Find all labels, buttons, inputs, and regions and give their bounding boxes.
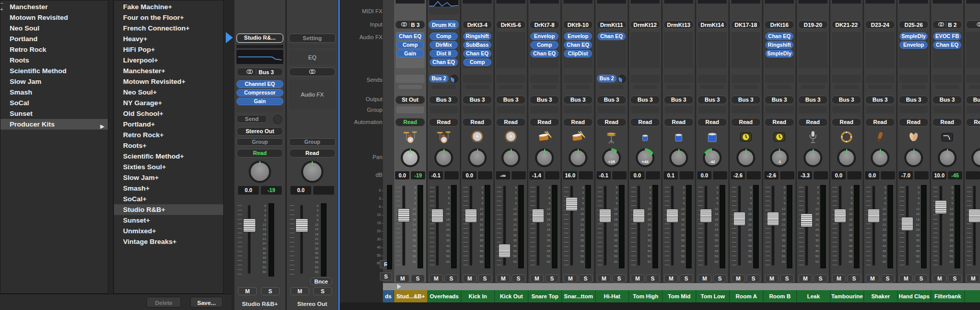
track-name-filterbank[interactable]: Filterbank [931, 290, 965, 302]
channel-strip-hand-claps[interactable]: D25-26SmpleDlyEnvelopBus 3Read-7.0036912… [898, 0, 930, 283]
audio-fx-area[interactable]: Chan EQ [597, 32, 626, 68]
send-slot-empty-2[interactable] [600, 85, 623, 89]
mute-button[interactable]: M [731, 274, 745, 283]
peak-value[interactable] [579, 171, 593, 179]
fader-track[interactable] [537, 186, 539, 265]
track-name-tom-high[interactable]: Tom High [629, 290, 663, 302]
fader-track[interactable] [738, 186, 740, 265]
volume-value[interactable]: -0.1 [429, 171, 443, 179]
audio-fx-slot[interactable]: EVOC FB [933, 33, 961, 40]
peak-value[interactable]: -45 [948, 171, 962, 179]
fader-track[interactable] [436, 186, 438, 265]
send-slot-empty-2[interactable] [667, 85, 691, 89]
group-slot[interactable] [698, 106, 726, 113]
automation-mode-button[interactable]: Read [597, 118, 627, 127]
audio-fx-slot[interactable]: SmpleDly [765, 50, 793, 57]
send-slot-empty[interactable] [664, 75, 693, 83]
audio-fx-area[interactable]: Chan EQRingshiftSmpleDly [765, 32, 794, 68]
peak-value[interactable] [914, 171, 929, 179]
solo-button[interactable]: S [679, 274, 693, 283]
track-name-snare-top[interactable]: Snare Top [528, 290, 562, 302]
eq-thumbnail[interactable] [933, 0, 962, 4]
track-name-cut-left[interactable]: ds [383, 290, 394, 302]
volume-value[interactable]: -7.0 [899, 171, 913, 179]
input-slot[interactable]: DrKt16 [764, 20, 794, 29]
volume-value[interactable]: 0.0 [697, 171, 711, 179]
channel-strip-shaker[interactable]: D23-24Bus 3Read0.00369121518212430354045… [864, 0, 896, 283]
volume-fader-handle[interactable] [733, 212, 746, 226]
pan-knob[interactable]: -1 [770, 148, 789, 167]
peak-value[interactable] [679, 171, 694, 179]
output-slot[interactable]: Bus 3 [597, 96, 627, 104]
send-slot-empty[interactable] [396, 75, 425, 83]
volume-fader-handle[interactable] [633, 209, 645, 223]
audio-fx-slot[interactable]: Chan EQ [396, 33, 424, 40]
fader-track[interactable] [470, 186, 472, 265]
automation-mode-button[interactable]: Read [764, 118, 794, 127]
disclosure-triangle-icon[interactable] [397, 284, 401, 289]
send-level-knob[interactable] [450, 75, 458, 83]
pan-knob[interactable] [736, 148, 755, 167]
send-slot-empty-2[interactable] [566, 85, 590, 89]
solo-button[interactable]: S [881, 274, 895, 283]
send-slot-empty-2[interactable] [935, 85, 959, 89]
eq-thumbnail[interactable] [765, 0, 794, 4]
solo-button[interactable]: S [646, 274, 660, 283]
eq-thumbnail[interactable] [866, 0, 895, 4]
volume-value[interactable]: 0.1 [664, 171, 678, 179]
group-slot[interactable] [732, 106, 760, 113]
pan-knob[interactable] [804, 148, 822, 167]
volume-fader-handle[interactable] [935, 200, 947, 214]
volume-fader-handle[interactable] [498, 244, 511, 258]
audio-fx-area[interactable] [664, 32, 693, 68]
group-slot[interactable] [967, 106, 980, 113]
input-slot[interactable]: D23-24 [865, 20, 895, 29]
audio-fx-area[interactable]: SmpleDlyEnvelop [899, 32, 928, 68]
mute-button[interactable]: M [899, 274, 913, 283]
channel-strip-tom-mid[interactable]: DrmKt13Bus 3Read0.1036912151821243035404… [663, 0, 695, 283]
input-slot[interactable]: DK21-22 [831, 20, 862, 29]
volume-value[interactable]: 0.0 [395, 171, 409, 179]
automation-mode-button[interactable]: Read [462, 118, 492, 127]
send-slot-empty[interactable] [832, 75, 861, 83]
input-slot[interactable]: DrmKt11 [597, 20, 627, 29]
audio-fx-area[interactable] [631, 32, 660, 68]
track-name-stud-b-[interactable]: Stud...&B+ [394, 290, 428, 302]
pan-knob[interactable] [535, 148, 554, 167]
send-slot-empty-2[interactable] [902, 85, 926, 89]
volume-value[interactable]: -1.4 [529, 171, 544, 179]
send-slot[interactable]: Bus 2 [429, 75, 449, 82]
volume-value[interactable]: 0.0 [865, 171, 879, 179]
fader-track[interactable] [772, 186, 774, 265]
audio-fx-area[interactable] [832, 32, 861, 68]
input-slot[interactable]: D19-20 [798, 20, 828, 29]
mute-button[interactable]: M [664, 274, 678, 283]
output-slot[interactable]: Bus 3 [429, 96, 459, 104]
fader-track[interactable] [638, 186, 640, 265]
send-slot-empty-2[interactable] [398, 85, 422, 89]
mute-button[interactable]: M [496, 274, 510, 283]
pan-knob[interactable] [837, 148, 856, 167]
solo-button[interactable]: S [713, 274, 727, 283]
audio-fx-area[interactable]: RingshiftSubBassChan EQComp [463, 32, 492, 68]
channel-strip-room-a[interactable]: DK17-18Bus 3Read-2.603691215182124303540… [730, 0, 762, 283]
peak-value[interactable] [444, 171, 459, 179]
send-slot-empty-2[interactable] [465, 85, 489, 89]
mute-button[interactable]: M [463, 274, 477, 283]
eq-thumbnail[interactable] [731, 0, 760, 4]
audio-fx-area[interactable]: EnvelopChan EQClipDist [563, 32, 592, 68]
channel-strip-cut-right[interactable]: Bus 3Read03691215182124303540455060MS [965, 0, 980, 283]
automation-mode-button[interactable]: Read [664, 118, 694, 127]
track-name-kick-in[interactable]: Kick In [461, 290, 495, 302]
automation-mode-button[interactable]: Read [865, 118, 895, 127]
track-name-kick-out[interactable]: Kick Out [495, 290, 528, 302]
send-slot-empty[interactable] [765, 75, 794, 83]
eq-thumbnail[interactable] [530, 0, 559, 4]
channel-strip-kick-out[interactable]: DrKt5-6Bus 3Read-∞0369121518212430354045… [495, 0, 527, 283]
send-slot-empty[interactable] [866, 75, 895, 83]
eq-thumbnail[interactable] [631, 0, 660, 4]
solo-button[interactable]: S [478, 274, 492, 283]
channel-strip-tom-high[interactable]: DrmKt12Bus 3Read+430.0036912151821243035… [629, 0, 661, 283]
group-slot[interactable] [530, 106, 558, 113]
send-slot[interactable]: Bus 2 [597, 75, 616, 82]
